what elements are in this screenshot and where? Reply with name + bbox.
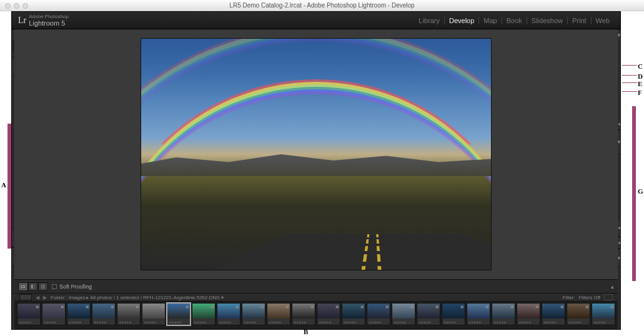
nav-back-icon[interactable]: ◀ [36, 295, 39, 300]
filmstrip-thumb[interactable]: ★★★★★▣ [67, 303, 91, 325]
center-area: ▭ ◧ ▥ Soft Proofing ▴ ◀ ▶ Folder : image… [14, 29, 618, 329]
filters-off-label[interactable]: Filters Off [578, 295, 600, 300]
module-map[interactable]: Map [478, 17, 501, 24]
lr-badge-icon: Lr [18, 16, 26, 26]
module-book[interactable]: Book [502, 17, 527, 24]
callout-E: E [638, 80, 642, 87]
filmstrip-thumb[interactable]: ★★★★★▣ [492, 303, 515, 325]
toolbar-menu-icon[interactable]: ▴ [611, 284, 614, 290]
filmstrip-thumb[interactable]: ★★★★★▣ [567, 303, 590, 325]
filter-lock-icon[interactable] [604, 294, 613, 300]
callout-A: A [1, 181, 6, 189]
callout-G: G [638, 187, 643, 195]
app-header: Lr Adobe Photoshop Lightroom 5 LibraryDe… [12, 12, 620, 29]
callout-D: D [638, 72, 643, 80]
filmstrip-thumb[interactable]: ★★★★★▣ [192, 303, 215, 325]
filmstrip-thumb[interactable]: ★★★★★▣ [417, 303, 440, 325]
filmstrip-thumb[interactable]: ★★★★★▣ [367, 303, 390, 325]
filmstrip-thumb[interactable]: ★★★★★▣ [267, 303, 290, 325]
filmstrip-thumb[interactable]: ★★★★★▣ [167, 303, 191, 325]
module-web[interactable]: Web [591, 17, 614, 24]
filmstrip-thumb[interactable]: ★★★★★▣ [292, 303, 315, 325]
filmstrip-thumb[interactable]: ★★★★★▣ [317, 303, 340, 325]
module-picker: LibraryDevelopMapBookSlideshowPrintWeb [414, 17, 614, 24]
filmstrip-infobar: ◀ ▶ Folder : images ▸ All photos / 1 sel… [14, 293, 618, 302]
before-after-icon: ◧ [28, 282, 38, 291]
filmstrip-thumb[interactable]: ★★★★★▣ [92, 303, 116, 325]
module-develop[interactable]: Develop [444, 17, 478, 24]
before-after-split-icon: ▥ [38, 282, 48, 291]
filmstrip-thumb[interactable]: ★★★★★▣ [342, 303, 365, 325]
filmstrip-thumb[interactable]: ★★★★★▣ [142, 303, 166, 325]
filmstrip-thumb[interactable]: ★★★★★▣ [542, 303, 565, 325]
module-print[interactable]: Print [567, 17, 591, 24]
macos-titlebar: LR5 Demo Catalog-2.lrcat - Adobe Photosh… [0, 0, 644, 11]
loupe-view[interactable] [14, 29, 618, 279]
window-title: LR5 Demo Catalog-2.lrcat - Adobe Photosh… [229, 2, 414, 9]
soft-proofing-toggle[interactable]: Soft Proofing [52, 284, 92, 290]
filmstrip-thumb[interactable]: ★★★★★▣ [217, 303, 240, 325]
callout-F: F [638, 89, 642, 96]
develop-toolbar: ▭ ◧ ▥ Soft Proofing ▴ [14, 279, 618, 293]
app-logo: Lr Adobe Photoshop Lightroom 5 [18, 14, 69, 27]
view-mode-switch[interactable]: ▭ ◧ ▥ [18, 282, 48, 291]
filmstrip-thumb[interactable]: ★★★★★▣ [442, 303, 465, 325]
filmstrip-path[interactable]: Folder : images ▸ All photos / 1 selecte… [51, 295, 224, 300]
filmstrip-thumb[interactable]: ★★★★★▣ [592, 303, 615, 325]
second-window-icon[interactable] [19, 294, 32, 300]
filmstrip-thumb[interactable]: ★★★★★▣ [242, 303, 265, 325]
callout-C: C [638, 62, 643, 70]
main-photo[interactable] [141, 39, 491, 270]
loupe-view-icon: ▭ [18, 282, 28, 291]
nav-fwd-icon[interactable]: ▶ [43, 295, 47, 300]
filmstrip-thumb[interactable]: ★★★★★▣ [517, 303, 540, 325]
filmstrip-thumb[interactable]: ★★★★★▣ [467, 303, 490, 325]
filmstrip-thumb[interactable]: ★★★★★▣ [117, 303, 141, 325]
checkbox-icon [52, 284, 57, 289]
window-controls[interactable] [5, 3, 28, 9]
module-slideshow[interactable]: Slideshow [527, 17, 567, 24]
filmstrip-thumb[interactable]: ★★★★★▣ [17, 303, 41, 325]
filmstrip-thumb[interactable]: ★★★★★▣ [42, 303, 66, 325]
filmstrip[interactable]: ★★★★★▣★★★★★▣★★★★★▣★★★★★▣★★★★★▣★★★★★▣★★★★… [14, 302, 618, 329]
lightroom-window: Lr Adobe Photoshop Lightroom 5 LibraryDe… [11, 11, 621, 330]
module-library[interactable]: Library [414, 17, 444, 24]
filmstrip-thumb[interactable]: ★★★★★▣ [392, 303, 415, 325]
